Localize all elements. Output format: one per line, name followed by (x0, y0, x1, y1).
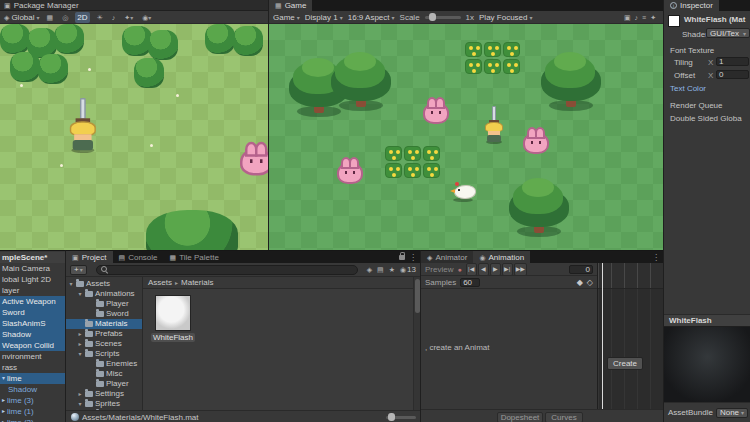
mode-2d-button[interactable]: 2D (75, 12, 89, 23)
play-focused-dropdown[interactable]: Play Focused▾ (479, 13, 532, 22)
hierarchy-item[interactable]: nvironment (0, 351, 65, 362)
expander-icon[interactable]: ▸ (77, 329, 83, 339)
preview-toggle[interactable]: Preview (425, 265, 453, 274)
lock-icon[interactable] (399, 255, 405, 260)
zoom-slider-thumb[interactable] (388, 413, 395, 421)
hierarchy-item[interactable]: SlashAnimS (0, 318, 65, 329)
audio-toggle-button[interactable]: ♪ (110, 13, 118, 22)
add-event-button[interactable]: ◇ (587, 278, 593, 287)
tree-item-animations[interactable]: ▾Animations (66, 289, 142, 299)
tree-item-assets[interactable]: ▾Assets (66, 279, 142, 289)
add-keyframe-button[interactable]: ◆ (577, 278, 583, 287)
tree-item-player[interactable]: Player (66, 299, 142, 309)
pivot-dropdown[interactable]: ◈ Global ▾ (4, 13, 40, 22)
gizmos-icon[interactable]: ✦ (650, 14, 656, 21)
hierarchy-item[interactable]: Shadow (0, 329, 65, 340)
expander-icon[interactable]: ▸ (2, 417, 5, 422)
tree-item-misc[interactable]: Misc (66, 369, 142, 379)
scene-viewport[interactable] (0, 24, 268, 250)
search-by-label-icon[interactable]: ▤ (377, 266, 384, 273)
expander-icon[interactable]: ▾ (77, 289, 83, 299)
create-clip-button[interactable]: Create (607, 357, 643, 370)
display-dropdown[interactable]: Display 1▾ (305, 13, 343, 22)
scale-slider-thumb[interactable] (429, 13, 436, 21)
mute-audio-icon[interactable]: ♪ (635, 14, 639, 21)
create-asset-button[interactable]: + ▾ (70, 265, 87, 275)
tab-console[interactable]: ▤Console (113, 251, 164, 263)
hidden-packages-toggle[interactable]: ◉ 13 (400, 265, 416, 274)
hierarchy-item[interactable]: ▸lime (3) (0, 395, 65, 406)
hierarchy-scene-header[interactable]: mpleScene* (0, 252, 65, 263)
tree-item-prefabs[interactable]: ▸Prefabs (66, 329, 142, 339)
hierarchy-item[interactable]: lobal Light 2D (0, 274, 65, 285)
expander-icon[interactable]: ▸ (77, 339, 83, 349)
record-button[interactable]: ● (457, 266, 461, 273)
tree-item-scripts[interactable]: ▾Scripts (66, 349, 142, 359)
aspect-dropdown[interactable]: 16:9 Aspect▾ (348, 13, 395, 22)
tree-item-scenes[interactable]: ▸Scenes (66, 339, 142, 349)
animation-timeline[interactable] (597, 263, 663, 409)
previous-key-button[interactable]: ◀ (478, 263, 489, 276)
material-preview-area[interactable] (664, 327, 750, 402)
search-by-type-icon[interactable]: ◈ (367, 266, 372, 273)
expander-icon[interactable]: ▸ (2, 406, 5, 417)
favorite-search-icon[interactable]: ★ (389, 266, 395, 273)
frame-field[interactable]: 0 (569, 265, 593, 274)
game-viewport[interactable] (269, 24, 663, 250)
scale-slider[interactable] (425, 16, 461, 19)
hierarchy-item[interactable]: rass (0, 362, 65, 373)
play-button[interactable]: ▶ (490, 263, 501, 276)
expander-icon[interactable]: ▸ (2, 395, 5, 406)
snap-toggle-button[interactable]: ◎ (60, 13, 70, 22)
tab-game[interactable]: ▦ Game (269, 0, 312, 11)
grid-toggle-button[interactable]: ▦ (45, 13, 56, 22)
expander-icon[interactable]: ▾ (77, 349, 83, 359)
stats-icon[interactable]: ≡ (642, 14, 646, 21)
tab-inspector[interactable]: i Inspector (664, 0, 719, 11)
asset-whiteflash[interactable]: WhiteFlash (151, 295, 195, 342)
tab-tile-palette[interactable]: ▦Tile Palette (164, 251, 225, 263)
effects-dropdown[interactable]: ✦▾ (122, 13, 135, 22)
hierarchy-item[interactable]: Active Weapon (0, 296, 65, 307)
hierarchy-item[interactable]: ▾lime (0, 373, 65, 384)
project-scrollbar[interactable] (413, 277, 420, 410)
lighting-toggle-button[interactable]: ☀ (95, 13, 105, 22)
samples-field[interactable]: 60 (460, 278, 480, 287)
tiling-x-field[interactable]: 1 (716, 57, 749, 66)
tree-item-sprites[interactable]: ▾Sprites (66, 399, 142, 409)
hierarchy-item[interactable]: Weapon Collid (0, 340, 65, 351)
hierarchy-item[interactable]: layer (0, 285, 65, 296)
hierarchy-item[interactable]: Sword (0, 307, 65, 318)
tree-item-player2[interactable]: Player (66, 379, 142, 389)
breadcrumb-current[interactable]: Materials (181, 278, 213, 287)
breadcrumb-root[interactable]: Assets (148, 278, 172, 287)
hierarchy-item[interactable]: ▸lime (2) (0, 417, 65, 422)
text-color-label[interactable]: Text Color (670, 84, 706, 93)
timeline-ruler[interactable] (598, 263, 663, 289)
kebab-menu-icon[interactable]: ⋮ (652, 253, 660, 262)
project-search-input[interactable] (111, 265, 353, 274)
assetbundle-dropdown[interactable]: None ▾ (716, 408, 748, 418)
expander-icon[interactable]: ▸ (77, 389, 83, 399)
thumbnail-zoom-slider[interactable] (386, 416, 416, 419)
kebab-menu-icon[interactable]: ⋮ (409, 253, 417, 262)
hierarchy-item[interactable]: Main Camera (0, 263, 65, 274)
next-key-button[interactable]: ▶| (502, 263, 513, 276)
tab-animation[interactable]: ◉Animation (473, 251, 530, 263)
go-to-start-button[interactable]: |◀ (466, 263, 477, 276)
hierarchy-item[interactable]: Shadow (0, 384, 65, 395)
shader-dropdown[interactable]: GUI/Tex ▾ (706, 28, 750, 38)
package-manager-titlebar[interactable]: ▣ Package Manager (0, 0, 268, 11)
offset-x-field[interactable]: 0 (716, 70, 749, 79)
tab-animator[interactable]: ◈Animator (421, 251, 473, 263)
playhead-line[interactable] (602, 263, 603, 409)
curves-toggle[interactable]: Curves (545, 412, 583, 422)
dopesheet-toggle[interactable]: Dopesheet (497, 412, 543, 422)
expander-icon[interactable]: ▾ (77, 399, 83, 409)
visibility-dropdown[interactable]: ◉▾ (140, 13, 153, 22)
tree-item-sword[interactable]: Sword (66, 309, 142, 319)
game-menu-dropdown[interactable]: Game▾ (273, 13, 300, 22)
expander-icon[interactable]: ▾ (68, 279, 74, 289)
expander-icon[interactable]: ▾ (2, 373, 5, 384)
hierarchy-item[interactable]: ▸lime (1) (0, 406, 65, 417)
